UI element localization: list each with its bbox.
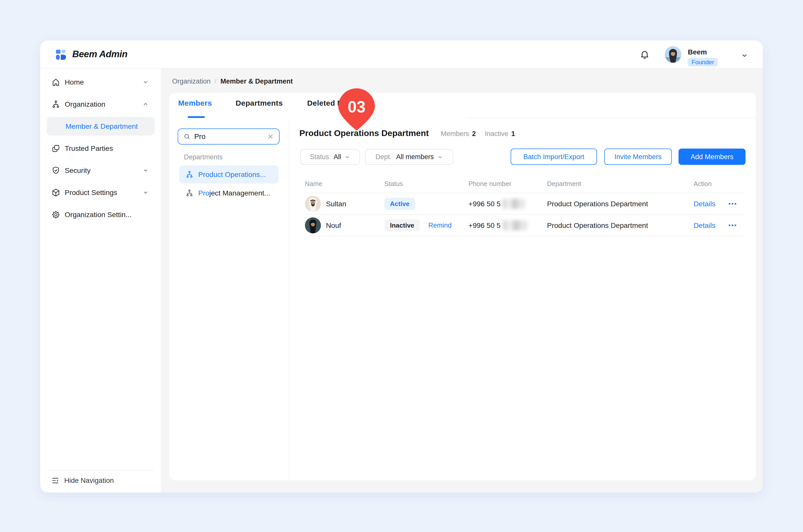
- sidebar-item-label: Member & Department: [65, 122, 138, 131]
- sidebar-item-trusted-parties[interactable]: Trusted Parties: [40, 139, 161, 157]
- sidebar-item-home[interactable]: Home: [40, 73, 161, 91]
- chevron-down-icon: [142, 167, 149, 173]
- org-chart-icon: [185, 170, 194, 179]
- beem-logo-icon: [56, 50, 66, 60]
- member-phone: +996 50 5: [469, 199, 547, 209]
- search-input[interactable]: [194, 133, 267, 141]
- user-info[interactable]: Beem Founder: [688, 49, 718, 66]
- member-phone: +996 50 5: [469, 220, 547, 230]
- sidebar-item-label: Home: [65, 78, 84, 86]
- hide-navigation-button[interactable]: Hide Navigation: [51, 474, 114, 487]
- more-actions-icon[interactable]: [727, 220, 738, 230]
- members-count: Members2: [441, 130, 476, 138]
- sidebar-item-label: Organization Settin...: [65, 211, 132, 219]
- sidebar-item-label: Organization: [65, 100, 106, 109]
- chevron-down-icon: [142, 189, 149, 195]
- user-avatar[interactable]: [665, 46, 681, 63]
- department-label: Project Management...: [198, 189, 270, 197]
- dept-filter-select[interactable]: Dept. All members: [365, 149, 453, 165]
- sidebar-item-label: Trusted Parties: [65, 144, 113, 153]
- status-filter-select[interactable]: Status All: [300, 149, 360, 165]
- sidebar-item-organization-settings[interactable]: Organization Settin...: [40, 205, 161, 224]
- member-name: Sultan: [326, 200, 346, 208]
- active-tab-indicator: [188, 116, 205, 118]
- redacted-phone-digits: [503, 220, 527, 230]
- breadcrumb: Organization / Member & Department: [172, 78, 293, 85]
- copy-icon: [51, 144, 60, 153]
- hide-navigation-label: Hide Navigation: [64, 477, 114, 484]
- search-icon: [183, 133, 191, 140]
- department-panel: Departments Product Operations... Projec…: [169, 118, 289, 480]
- col-phone: Phone number: [469, 180, 547, 188]
- home-icon: [51, 78, 60, 87]
- sidebar: Home Organization Member & Department Tr…: [40, 69, 161, 493]
- sidebar-item-product-settings[interactable]: Product Settings: [40, 183, 161, 202]
- departments-group-label: Departments: [184, 153, 223, 161]
- sidebar-item-label: Product Settings: [65, 188, 117, 197]
- tab-members[interactable]: Members: [178, 99, 212, 108]
- col-name: Name: [305, 180, 384, 188]
- clear-search-icon[interactable]: [267, 133, 274, 140]
- app-title: Beem Admin: [72, 49, 128, 59]
- chevron-down-icon: [142, 79, 149, 85]
- col-department: Department: [547, 180, 693, 188]
- sidebar-item-security[interactable]: Security: [40, 161, 161, 180]
- org-chart-icon: [185, 189, 194, 197]
- member-department: Product Operations Department: [547, 221, 693, 230]
- member-name: Nouf: [326, 221, 341, 230]
- avatar: [305, 196, 321, 212]
- user-menu-chevron-icon[interactable]: [741, 52, 748, 59]
- status-filter-label: Status: [310, 153, 329, 161]
- breadcrumb-separator: /: [214, 78, 216, 85]
- more-actions-icon[interactable]: [727, 199, 738, 209]
- user-name: Beem: [688, 49, 718, 56]
- org-chart-icon: [51, 100, 60, 109]
- step-number: 03: [347, 98, 365, 116]
- invite-members-button[interactable]: Invite Members: [604, 149, 672, 165]
- table-header-row: Name Status Phone number Department Acti…: [305, 175, 745, 193]
- dept-filter-value: All members: [396, 153, 434, 161]
- sidebar-item-member-department[interactable]: Member & Department: [47, 117, 155, 135]
- collapse-sidebar-icon: [51, 476, 60, 485]
- table-row: Sultan Active +996 50 5 Product Operatio…: [305, 193, 745, 215]
- breadcrumb-organization[interactable]: Organization: [172, 78, 211, 85]
- inactive-count: Inactive1: [485, 130, 515, 138]
- status-badge: Inactive: [384, 219, 420, 231]
- table-row: Nouf Inactive Remind +996 50 5 Product O…: [305, 215, 745, 236]
- main-area: Organization / Member & Department Membe…: [161, 69, 763, 493]
- content-card: Members Departments Deleted Members Depa…: [169, 93, 756, 480]
- department-item-project-management[interactable]: Project Management...: [179, 184, 279, 202]
- department-search[interactable]: [178, 129, 280, 145]
- redacted-phone-digits: [503, 199, 525, 209]
- sidebar-item-organization[interactable]: Organization: [40, 95, 161, 113]
- tab-departments[interactable]: Departments: [236, 99, 283, 108]
- add-members-button[interactable]: Add Members: [678, 149, 746, 165]
- remind-link[interactable]: Remind: [428, 222, 452, 229]
- status-filter-value: All: [333, 153, 341, 161]
- sidebar-divider: [48, 470, 153, 471]
- sidebar-item-label: Security: [65, 166, 91, 175]
- gear-icon: [51, 210, 60, 219]
- shield-check-icon: [51, 166, 60, 175]
- dept-filter-label: Dept.: [376, 153, 392, 161]
- chevron-down-icon: [345, 154, 350, 160]
- member-department: Product Operations Department: [547, 200, 693, 208]
- notification-bell-icon[interactable]: [639, 50, 650, 60]
- department-item-product-operations[interactable]: Product Operations...: [179, 165, 279, 184]
- app-window: Beem Admin Beem Founder Home: [40, 40, 763, 493]
- members-panel: Product Operations Department Members2 I…: [289, 118, 756, 480]
- breadcrumb-current: Member & Department: [221, 78, 293, 85]
- col-action: Action: [693, 180, 745, 188]
- status-badge: Active: [384, 198, 415, 210]
- user-role-badge: Founder: [688, 58, 718, 66]
- avatar: [305, 217, 321, 233]
- col-status: Status: [384, 180, 469, 188]
- department-label: Product Operations...: [198, 170, 266, 179]
- chevron-down-icon: [437, 154, 443, 160]
- tab-bar: Members Departments Deleted Members: [169, 93, 756, 118]
- details-link[interactable]: Details: [693, 221, 715, 230]
- chevron-up-icon: [142, 101, 149, 107]
- cube-icon: [51, 188, 60, 197]
- batch-import-export-button[interactable]: Batch Import/Export: [511, 149, 597, 165]
- details-link[interactable]: Details: [693, 200, 715, 208]
